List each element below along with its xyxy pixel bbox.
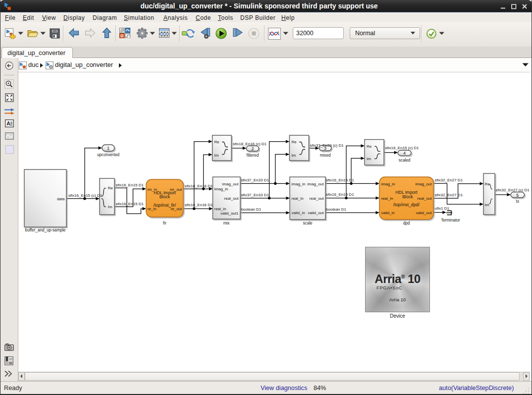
svg-text:imag_in: imag_in <box>292 182 306 186</box>
svg-text:valid_in: valid_in <box>381 211 395 215</box>
svg-text:boolean D1: boolean D1 <box>326 207 346 212</box>
svg-text:Re: Re <box>485 182 490 186</box>
svg-text:filtered: filtered <box>247 153 259 158</box>
svg-text:Block: Block <box>402 194 413 199</box>
svg-text:mixed: mixed <box>320 153 331 158</box>
svg-text:buffer_and_up-sample: buffer_and_up-sample <box>25 228 66 232</box>
svg-text:Re: Re <box>367 144 372 149</box>
svg-text:valid_out: valid_out <box>308 211 324 215</box>
svg-text:Im: Im <box>485 203 489 207</box>
svg-text:ufix1 D1: ufix1 D1 <box>435 206 450 211</box>
svg-text:sfix16_En15 (c) D1: sfix16_En15 (c) D1 <box>68 193 103 198</box>
svg-text:Re: Re <box>291 140 297 144</box>
svg-text:imag_in: imag_in <box>381 182 395 186</box>
svg-text:Block: Block <box>160 194 170 199</box>
svg-text:A: A <box>6 120 10 126</box>
svg-text:tx: tx <box>516 199 519 204</box>
svg-text:imag_out: imag_out <box>308 182 324 186</box>
svg-text:real_out: real_out <box>310 196 324 201</box>
svg-text:sfix37_En33 D1: sfix37_En33 D1 <box>241 178 269 182</box>
svg-text:upconverted: upconverted <box>97 153 120 157</box>
svg-text:imag_out: imag_out <box>222 182 239 186</box>
svg-text:real_out: real_out <box>224 196 239 201</box>
svg-text:1: 1 <box>107 146 109 151</box>
svg-text:sfix32_En27 D1: sfix32_En27 D1 <box>435 193 463 197</box>
svg-text:/top/inst_dpd/: /top/inst_dpd/ <box>393 202 420 207</box>
svg-text:real_in: real_in <box>292 196 304 201</box>
svg-text:valid_in: valid_in <box>292 211 305 215</box>
svg-text:sfix18_En16 (c) D1: sfix18_En16 (c) D1 <box>233 142 267 146</box>
svg-text:real_out: real_out <box>418 196 432 201</box>
svg-text:Im: Im <box>367 157 371 161</box>
svg-text:sfix16_En15 (c) D1: sfix16_En15 (c) D1 <box>385 146 420 150</box>
svg-text:sfix32_En27 D1: sfix32_En27 D1 <box>435 178 463 182</box>
svg-text:scale: scale <box>303 221 313 226</box>
svg-text:sfix16_En15 D1: sfix16_En15 D1 <box>326 178 354 182</box>
svg-text:dpd: dpd <box>403 221 410 226</box>
svg-text:sfix18_En16 D1: sfix18_En16 D1 <box>185 184 213 188</box>
svg-text:sfix16_En15 D1: sfix16_En15 D1 <box>326 192 354 197</box>
svg-text:imag_out: imag_out <box>416 182 432 186</box>
svg-text:Terminator: Terminator <box>441 218 460 223</box>
svg-text:sfix16_En15 D1: sfix16_En15 D1 <box>116 183 144 187</box>
svg-text:sfix18_En16 D1: sfix18_En16 D1 <box>185 203 213 207</box>
svg-text:fir: fir <box>163 221 166 226</box>
svg-text:sfix16_En15 D1: sfix16_En15 D1 <box>116 202 144 206</box>
svg-text:Re: Re <box>214 140 220 144</box>
svg-text:valid_out1: valid_out1 <box>220 211 239 216</box>
svg-text:Im: Im <box>214 153 219 158</box>
svg-text:valid_out: valid_out <box>416 211 432 215</box>
svg-text:sfix37_En33 (c) D1: sfix37_En33 (c) D1 <box>310 143 344 148</box>
svg-text:4: 4 <box>403 151 406 156</box>
svg-text:re_in: re_in <box>148 207 157 211</box>
svg-text:5: 5 <box>516 193 519 198</box>
svg-text:sfix32_En27 (c) D1: sfix32_En27 (c) D1 <box>496 188 530 192</box>
svg-text:scaled: scaled <box>399 158 411 163</box>
svg-text:sfix37_En33 D1: sfix37_En33 D1 <box>241 193 269 197</box>
svg-text:re_out: re_out <box>171 207 182 211</box>
svg-text:real_in: real_in <box>381 196 393 201</box>
svg-text:boolean D1: boolean D1 <box>241 207 261 212</box>
svg-text:Im: Im <box>291 153 296 158</box>
svg-text:mix: mix <box>223 221 230 226</box>
svg-text:Im: Im <box>108 205 112 209</box>
svg-text:data: data <box>57 197 65 201</box>
svg-text:imag_in: imag_in <box>214 187 228 191</box>
svg-text:2: 2 <box>251 146 254 151</box>
svg-text:Re: Re <box>108 186 113 190</box>
